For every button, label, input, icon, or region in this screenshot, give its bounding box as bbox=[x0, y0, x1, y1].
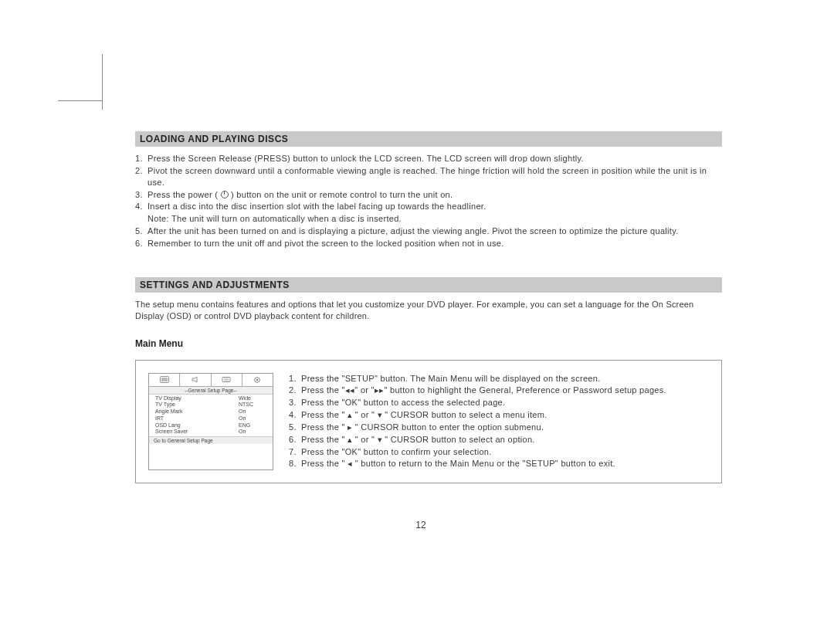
list-item: 1.Press the Screen Release (PRESS) butto… bbox=[135, 153, 722, 164]
list-item-number: 5. bbox=[135, 225, 147, 237]
osd-setting-key: OSD Lang bbox=[155, 422, 239, 429]
list-item: 4.Insert a disc into the disc insertion … bbox=[135, 201, 722, 212]
list-item-text: Remember to turn the unit off and pivot … bbox=[147, 238, 722, 249]
list-item-number: 6. bbox=[135, 238, 147, 249]
settings-intro: The setup menu contains features and opt… bbox=[135, 299, 722, 323]
list-item-number: 5. bbox=[289, 422, 301, 433]
osd-setting-key: Screen Saver bbox=[155, 429, 239, 436]
list-item-number: 3. bbox=[289, 397, 301, 408]
list-item-text: After the unit has been turned on and is… bbox=[147, 225, 722, 237]
osd-setting-row: IRTOn bbox=[155, 415, 270, 422]
list-item-number: 6. bbox=[289, 434, 301, 446]
list-item: 7.Press the "OK" button to confirm your … bbox=[289, 446, 709, 458]
list-item-text: Press the " ▸ " CURSOR button to enter t… bbox=[301, 422, 709, 433]
loading-steps-list: 1.Press the Screen Release (PRESS) butto… bbox=[135, 153, 722, 249]
list-item: 2.Press the "◂◂" or "▸▸" button to highl… bbox=[289, 385, 709, 396]
list-item-text: Insert a disc into the disc insertion sl… bbox=[147, 201, 722, 212]
osd-setting-row: Angle MarkOn bbox=[155, 408, 270, 415]
list-item-number: 4. bbox=[289, 409, 301, 421]
osd-setting-key: IRT bbox=[155, 415, 239, 422]
power-icon bbox=[221, 191, 229, 198]
list-item-text: Press the "OK" button to confirm your se… bbox=[301, 446, 709, 458]
list-item-number: 2. bbox=[135, 165, 147, 188]
list-item: 5.After the unit has been turned on and … bbox=[135, 225, 722, 237]
list-item: 8.Press the " ◂ " button to return to th… bbox=[289, 458, 709, 469]
osd-tab-password-icon bbox=[242, 374, 273, 386]
svg-point-7 bbox=[256, 378, 258, 380]
list-item-text: Press the "OK" button to access the sele… bbox=[301, 397, 709, 408]
osd-footer-hint: Go to General Setup Page bbox=[149, 436, 273, 444]
osd-setting-key: TV Type bbox=[155, 402, 239, 408]
section-header-loading: LOADING AND PLAYING DISCS bbox=[135, 131, 722, 147]
osd-setting-value: On bbox=[239, 429, 270, 436]
list-item-number bbox=[135, 213, 147, 225]
main-menu-heading: Main Menu bbox=[135, 338, 722, 349]
crop-mark-vertical bbox=[102, 54, 103, 110]
list-item-text: Press the "SETUP" button. The Main Menu … bbox=[301, 373, 709, 385]
svg-rect-1 bbox=[161, 378, 168, 381]
list-item: 6.Press the " ▴ " or " ▾ " CURSOR button… bbox=[289, 434, 709, 446]
osd-page-title: --General Setup Page-- bbox=[149, 387, 273, 395]
osd-screenshot: --General Setup Page-- TV DisplayWideTV … bbox=[148, 373, 273, 471]
list-item-number: 1. bbox=[135, 153, 147, 164]
osd-setting-row: Screen SaverOn bbox=[155, 429, 270, 436]
crop-mark-horizontal bbox=[58, 100, 103, 101]
list-item-text: Press the "◂◂" or "▸▸" button to highlig… bbox=[301, 385, 709, 396]
osd-setting-value: Wide bbox=[239, 395, 270, 402]
osd-tab-general-icon bbox=[149, 374, 180, 386]
main-menu-box: --General Setup Page-- TV DisplayWideTV … bbox=[135, 360, 722, 484]
manual-page: LOADING AND PLAYING DISCS 1.Press the Sc… bbox=[135, 131, 722, 483]
osd-setting-value: On bbox=[239, 415, 270, 422]
list-item: 5.Press the " ▸ " CURSOR button to enter… bbox=[289, 422, 709, 433]
list-item-number: 2. bbox=[289, 385, 301, 396]
list-item: 3.Press the power ( ) button on the unit… bbox=[135, 189, 722, 201]
list-item: 3.Press the "OK" button to access the se… bbox=[289, 397, 709, 408]
page-number: 12 bbox=[135, 520, 707, 530]
list-item: 2.Pivot the screen downward until a conf… bbox=[135, 165, 722, 188]
list-item-text: Press the " ▴ " or " ▾ " CURSOR button t… bbox=[301, 434, 709, 446]
list-item: 1.Press the "SETUP" button. The Main Men… bbox=[289, 373, 709, 385]
osd-setting-value: NTSC bbox=[239, 402, 270, 408]
osd-tab-preference-icon bbox=[212, 374, 242, 386]
list-item-text: Press the Screen Release (PRESS) button … bbox=[147, 153, 722, 164]
list-item-text: Press the power ( ) button on the unit o… bbox=[147, 189, 722, 201]
list-item-text: Press the " ▴ " or " ▾ " CURSOR button t… bbox=[301, 409, 709, 421]
osd-setting-row: OSD LangENG bbox=[155, 422, 270, 429]
osd-tab-speaker-icon bbox=[180, 374, 211, 386]
osd-setting-row: TV DisplayWide bbox=[155, 395, 270, 402]
list-item-number: 1. bbox=[289, 373, 301, 385]
list-item: Note: The unit will turn on automaticall… bbox=[135, 213, 722, 225]
osd-setting-value: ENG bbox=[239, 422, 270, 429]
list-item-number: 4. bbox=[135, 201, 147, 212]
list-item-text: Note: The unit will turn on automaticall… bbox=[147, 213, 722, 225]
list-item-number: 8. bbox=[289, 458, 301, 469]
list-item-text: Pivot the screen downward until a confor… bbox=[147, 165, 722, 188]
section-header-settings: SETTINGS AND ADJUSTMENTS bbox=[135, 277, 722, 293]
osd-setting-key: TV Display bbox=[155, 395, 239, 402]
list-item-number: 7. bbox=[289, 446, 301, 458]
list-item: 6.Remember to turn the unit off and pivo… bbox=[135, 238, 722, 249]
main-menu-steps: 1.Press the "SETUP" button. The Main Men… bbox=[289, 373, 709, 471]
osd-setting-row: TV TypeNTSC bbox=[155, 402, 270, 408]
osd-setting-key: Angle Mark bbox=[155, 408, 239, 415]
list-item-text: Press the " ◂ " button to return to the … bbox=[301, 458, 709, 469]
osd-settings-rows: TV DisplayWideTV TypeNTSCAngle MarkOnIRT… bbox=[149, 395, 273, 437]
list-item-number: 3. bbox=[135, 189, 147, 201]
osd-setting-value: On bbox=[239, 408, 270, 415]
osd-tab-row bbox=[149, 374, 273, 387]
list-item: 4.Press the " ▴ " or " ▾ " CURSOR button… bbox=[289, 409, 709, 421]
